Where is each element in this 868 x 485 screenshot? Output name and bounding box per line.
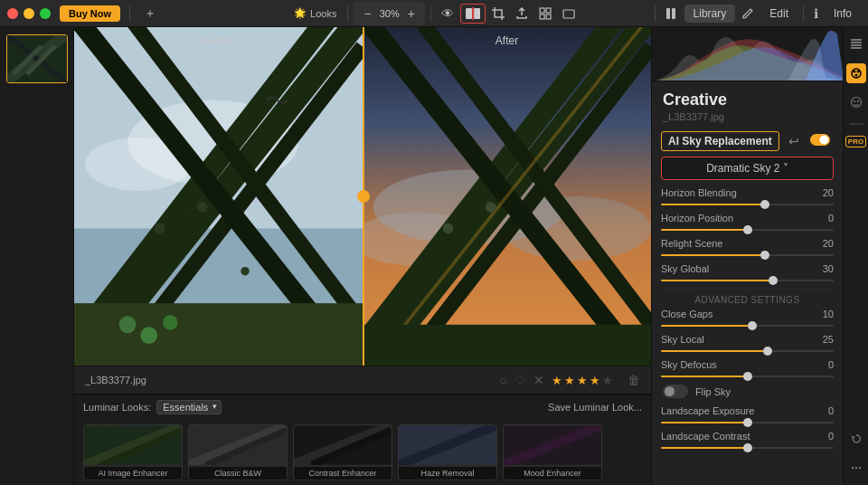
- edit-button[interactable]: Edit: [760, 5, 797, 23]
- tool-header: AI Sky Replacement ↩: [661, 131, 834, 151]
- svg-rect-8: [666, 8, 670, 19]
- svg-point-28: [241, 267, 249, 275]
- right-panel: Creative _L3B3377.jpg AI Sky Replacement…: [651, 27, 868, 485]
- advanced-settings-label: Advanced Settings: [661, 289, 834, 309]
- looks-button[interactable]: 🌟 Looks: [288, 5, 342, 22]
- info-button[interactable]: Info: [825, 5, 861, 23]
- landscape-exposure-slider[interactable]: [661, 422, 834, 423]
- look-label-3: Contrast Enhancer: [294, 467, 392, 480]
- close-button[interactable]: [7, 8, 18, 19]
- star-5[interactable]: ★: [602, 374, 613, 387]
- edit-icon[interactable]: [737, 5, 759, 23]
- buy-now-button[interactable]: Buy Now: [60, 5, 120, 22]
- fullscreen-button[interactable]: [558, 5, 580, 23]
- filename-label: _L3B3377.jpg: [85, 375, 146, 385]
- star-3[interactable]: ★: [577, 374, 588, 387]
- sky-defocus-row: Sky Defocus 0: [661, 359, 834, 370]
- share-button[interactable]: [511, 5, 533, 23]
- look-mood[interactable]: Mood Enhancer: [503, 424, 602, 480]
- sky-global-slider[interactable]: [661, 280, 834, 281]
- zoom-plus-button[interactable]: +: [403, 4, 420, 24]
- split-divider[interactable]: [363, 27, 364, 366]
- face-icon-button[interactable]: [846, 92, 866, 112]
- filmstrip: [0, 27, 74, 485]
- svg-point-71: [854, 100, 855, 102]
- looksbar-header: Luminar Looks: Essentials ▾ Save Luminar…: [74, 395, 651, 419]
- look-haze[interactable]: Haze Removal: [398, 424, 497, 480]
- horizon-blending-slider[interactable]: [661, 204, 834, 205]
- close-gaps-row: Close Gaps 10: [661, 309, 834, 319]
- minimize-button[interactable]: [24, 8, 34, 19]
- traffic-lights: [7, 8, 51, 19]
- star-2[interactable]: ★: [564, 374, 575, 387]
- zoom-control: − 30% +: [354, 2, 424, 25]
- svg-rect-6: [546, 14, 551, 19]
- heart-icon[interactable]: ♡: [514, 373, 526, 387]
- svg-rect-65: [851, 39, 862, 41]
- landscape-exposure-value: 0: [812, 405, 834, 416]
- landscape-contrast-label: Landscape Contrast: [661, 431, 812, 442]
- svg-point-43: [443, 223, 454, 234]
- svg-point-72: [857, 100, 859, 102]
- landscape-contrast-slider[interactable]: [661, 447, 834, 449]
- thumbnail-item[interactable]: [6, 34, 68, 83]
- sky-local-slider[interactable]: [661, 350, 834, 352]
- more-icon-button[interactable]: [846, 458, 866, 478]
- svg-rect-3: [540, 8, 544, 13]
- toolbar-right: Library Edit ℹ Info: [651, 4, 861, 24]
- pro-badge-button[interactable]: PRO: [845, 136, 866, 147]
- library-button[interactable]: Library: [684, 5, 736, 23]
- look-classic-bw[interactable]: Classic B&W: [188, 424, 288, 480]
- panel-filename: _L3B3377.jpg: [663, 111, 832, 122]
- trash-icon[interactable]: 🗑: [627, 373, 640, 387]
- library-icon[interactable]: [661, 5, 683, 23]
- star-4[interactable]: ★: [590, 374, 600, 387]
- sky-global-label: Sky Global: [661, 263, 812, 274]
- sky-select-dropdown[interactable]: Dramatic Sky 2 ˅: [661, 157, 834, 180]
- after-label: After: [363, 34, 651, 47]
- add-tab-button[interactable]: ＋: [139, 3, 161, 24]
- undo-tool-button[interactable]: ↩: [785, 132, 803, 150]
- looks-dropdown[interactable]: Essentials ▾: [156, 400, 222, 414]
- landscape-exposure-label: Landscape Exposure: [661, 405, 812, 416]
- reject-icon[interactable]: ✕: [533, 373, 544, 387]
- split-handle[interactable]: [357, 190, 370, 203]
- star-1[interactable]: ★: [552, 374, 562, 387]
- sky-defocus-slider[interactable]: [661, 376, 834, 377]
- star-rating[interactable]: ★ ★ ★ ★ ★: [552, 374, 613, 387]
- crop-button[interactable]: [487, 5, 509, 23]
- horizon-position-value: 0: [812, 213, 834, 223]
- save-looks-button[interactable]: Save Luminar Look...: [548, 402, 642, 413]
- horizon-position-slider[interactable]: [661, 229, 834, 231]
- preview-button[interactable]: 👁: [437, 4, 458, 24]
- look-contrast[interactable]: Contrast Enhancer: [293, 424, 392, 480]
- look-ai-enhancer[interactable]: AI Image Enhancer: [83, 424, 183, 480]
- palette-icon-button[interactable]: [846, 63, 866, 83]
- layers-icon-button[interactable]: [846, 34, 866, 54]
- flip-sky-row: Flip Sky: [661, 385, 834, 398]
- grid-button[interactable]: [534, 5, 556, 23]
- toggle-tool-button[interactable]: [807, 132, 834, 150]
- zoom-minus-button[interactable]: −: [359, 4, 375, 24]
- svg-point-44: [486, 202, 496, 213]
- rating-area: ○ ♡ ✕ ★ ★ ★ ★ ★ 🗑: [500, 373, 640, 387]
- panel-title: Creative: [663, 90, 832, 109]
- flip-sky-toggle[interactable]: [663, 385, 688, 398]
- circle-icon[interactable]: ○: [500, 373, 507, 387]
- histogram: [652, 27, 843, 81]
- close-gaps-slider[interactable]: [661, 325, 834, 327]
- toggle-knob: [665, 386, 675, 396]
- svg-rect-5: [540, 14, 544, 19]
- history-icon-button[interactable]: [846, 429, 866, 449]
- divider: [129, 5, 130, 22]
- svg-rect-64: [851, 47, 862, 49]
- info-icon[interactable]: ℹ: [809, 4, 823, 24]
- looks-thumbnails: AI Image Enhancer Classic B&W: [74, 419, 651, 485]
- horizon-blending-value: 20: [812, 187, 834, 198]
- look-thumb-preview: [84, 425, 182, 465]
- image-viewer[interactable]: Before After: [74, 27, 651, 366]
- relight-scene-slider[interactable]: [661, 254, 834, 256]
- split-view-button[interactable]: [460, 4, 486, 24]
- flip-sky-label: Flip Sky: [695, 386, 731, 397]
- maximize-button[interactable]: [40, 8, 51, 19]
